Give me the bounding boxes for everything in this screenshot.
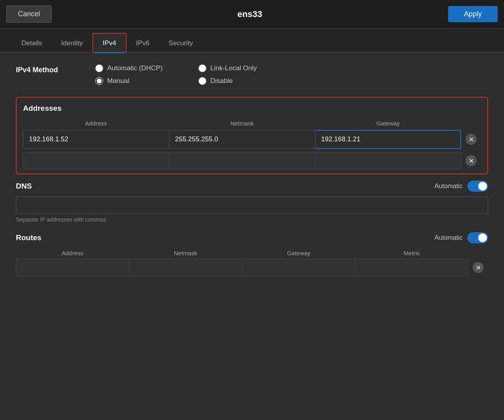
radio-disable-label: Disable	[210, 77, 233, 85]
route-empty-metric	[355, 259, 468, 276]
radio-link-local-label: Link-Local Only	[210, 64, 257, 72]
tab-security[interactable]: Security	[159, 34, 202, 52]
routes-empty-row: ✕	[16, 259, 488, 276]
route-empty-address	[16, 259, 129, 276]
routes-header-row: Routes Automatic	[16, 232, 488, 243]
routes-auto-toggle-row: Automatic	[435, 232, 488, 243]
ipv4-method-section: IPv4 Method Automatic (DHCP) Link-Local …	[16, 64, 488, 85]
radio-disable[interactable]: Disable	[198, 77, 302, 85]
addr-empty-remove-button[interactable]: ✕	[466, 155, 477, 166]
dns-title: DNS	[16, 182, 32, 191]
addr-headers: Address Netmask Gateway	[23, 118, 481, 130]
addr-remove-button-1[interactable]: ✕	[466, 134, 477, 145]
routes-auto-label: Automatic	[435, 234, 463, 241]
header: Cancel ens33 Apply	[0, 0, 504, 29]
tab-ipv6[interactable]: IPv6	[127, 34, 159, 52]
apply-button[interactable]: Apply	[448, 6, 498, 22]
routes-title: Routes	[16, 233, 41, 242]
route-empty-remove-button[interactable]: ✕	[473, 262, 484, 273]
dns-hint: Separate IP addresses with commas	[16, 216, 488, 223]
addr-col-netmask-header: Netmask	[169, 118, 315, 130]
radio-manual-label: Manual	[107, 77, 129, 85]
radio-auto-dhcp[interactable]: Automatic (DHCP)	[95, 64, 198, 72]
addresses-title: Addresses	[23, 104, 481, 113]
dns-auto-label: Automatic	[435, 183, 463, 190]
radio-link-local-input[interactable]	[198, 64, 206, 72]
route-col-metric-header: Metric	[355, 248, 468, 259]
ipv4-method-label: IPv4 Method	[16, 64, 95, 74]
radio-link-local[interactable]: Link-Local Only	[198, 64, 302, 72]
route-col-netmask-header: Netmask	[129, 248, 242, 259]
ipv4-method-radio-group: Automatic (DHCP) Link-Local Only Manual …	[95, 64, 302, 85]
routes-toggle-slider	[467, 232, 488, 243]
addr-empty-netmask	[169, 152, 315, 170]
addr-netmask-input-1[interactable]	[169, 130, 315, 148]
tab-bar: Details Identity IPv4 IPv6 Security	[0, 29, 504, 52]
route-empty-netmask	[129, 259, 242, 276]
radio-disable-input[interactable]	[198, 77, 206, 85]
dns-section: DNS Automatic Separate IP addresses with…	[16, 181, 488, 223]
addr-row-1: ✕	[23, 130, 481, 149]
radio-manual[interactable]: Manual	[95, 77, 198, 85]
addr-address-input-1[interactable]	[23, 130, 169, 148]
radio-manual-input[interactable]	[95, 77, 103, 85]
dns-auto-toggle[interactable]	[467, 181, 488, 192]
addr-empty-gateway	[315, 152, 461, 170]
dns-auto-toggle-row: Automatic	[435, 181, 488, 192]
dns-toggle-slider	[467, 181, 488, 192]
route-empty-gateway	[242, 259, 355, 276]
addresses-section: Addresses Address Netmask Gateway ✕ ✕	[16, 97, 488, 174]
addr-col-gateway-header: Gateway	[315, 118, 461, 130]
routes-auto-toggle[interactable]	[467, 232, 488, 243]
route-col-address-header: Address	[16, 248, 129, 259]
route-col-gateway-header: Gateway	[242, 248, 355, 259]
dns-header-row: DNS Automatic	[16, 181, 488, 192]
page-title: ens33	[237, 9, 262, 19]
tab-details[interactable]: Details	[12, 34, 52, 52]
radio-auto-dhcp-label: Automatic (DHCP)	[107, 64, 163, 72]
tab-identity[interactable]: Identity	[52, 34, 92, 52]
routes-section: Routes Automatic Address Netmask Gateway…	[16, 232, 488, 276]
addr-empty-address	[23, 152, 169, 170]
addr-empty-row: ✕	[23, 152, 481, 170]
tab-ipv4[interactable]: IPv4	[92, 33, 127, 52]
addr-remove-1: ✕	[461, 134, 481, 145]
addr-empty-remove: ✕	[461, 152, 481, 170]
dns-input[interactable]	[16, 197, 488, 214]
content-area: IPv4 Method Automatic (DHCP) Link-Local …	[0, 52, 504, 288]
radio-auto-dhcp-input[interactable]	[95, 64, 103, 72]
addr-gateway-input-1[interactable]	[315, 130, 461, 149]
addr-col-address-header: Address	[23, 118, 169, 130]
cancel-button[interactable]: Cancel	[6, 6, 52, 23]
routes-headers: Address Netmask Gateway Metric	[16, 248, 488, 259]
route-empty-remove: ✕	[468, 259, 488, 276]
